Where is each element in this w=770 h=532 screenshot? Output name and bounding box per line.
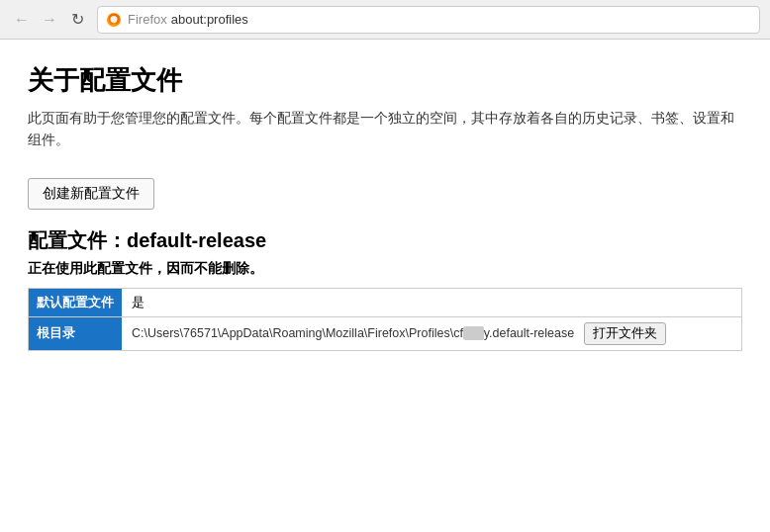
nav-buttons: ← → ↻ [10,8,89,32]
path-blurred [463,326,484,340]
page-content: 关于配置文件 此页面有助于您管理您的配置文件。每个配置文件都是一个独立的空间，其… [0,40,770,532]
address-text: Firefox about:profiles [128,12,248,27]
root-dir-header: 根目录 [29,317,123,351]
create-profile-button[interactable]: 创建新配置文件 [28,178,154,210]
root-dir-value: C:\Users\76571\AppData\Roaming\Mozilla\F… [122,317,742,351]
forward-button[interactable]: → [38,8,61,32]
default-profile-value: 是 [122,289,742,317]
open-folder-button[interactable]: 打开文件夹 [584,322,666,345]
svg-point-1 [111,16,118,23]
default-profile-header: 默认配置文件 [29,289,123,317]
refresh-button[interactable]: ↻ [65,8,89,32]
profile-section: 配置文件：default-release 正在使用此配置文件，因而不能删除。 默… [28,227,742,351]
browser-name-label: Firefox [128,12,167,27]
address-value: about:profiles [171,12,248,27]
browser-toolbar: ← → ↻ Firefox about:profiles [0,0,770,40]
table-row: 默认配置文件 是 [29,289,742,317]
page-description: 此页面有助于您管理您的配置文件。每个配置文件都是一个独立的空间，其中存放着各自的… [28,108,740,150]
path-suffix: y.default-release [484,326,575,340]
firefox-logo-icon [106,12,122,28]
back-button[interactable]: ← [10,8,34,32]
profile-info-table: 默认配置文件 是 根目录 C:\Users\76571\AppData\Roam… [28,288,742,351]
table-row: 根目录 C:\Users\76571\AppData\Roaming\Mozil… [29,317,742,351]
address-bar[interactable]: Firefox about:profiles [97,6,760,34]
profile-section-title: 配置文件：default-release [28,227,742,254]
profile-status: 正在使用此配置文件，因而不能删除。 [28,260,742,278]
page-title: 关于配置文件 [28,63,742,98]
path-prefix: C:\Users\76571\AppData\Roaming\Mozilla\F… [132,326,463,340]
